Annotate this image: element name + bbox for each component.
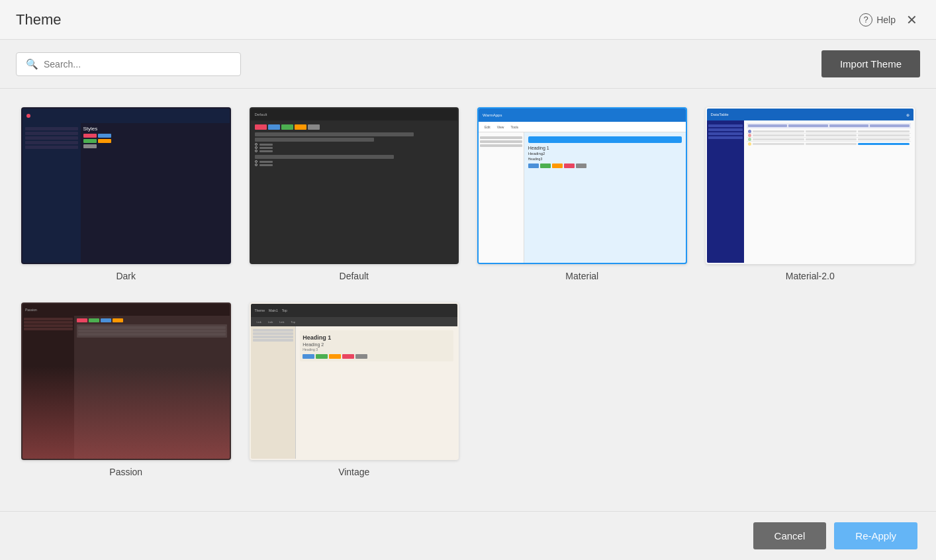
- import-button-label: Import Theme: [840, 58, 902, 70]
- def-preview-body: [251, 120, 458, 171]
- theme-name-default: Default: [340, 271, 369, 281]
- vin-preview-sub: Link Link Link Top: [251, 317, 458, 326]
- theme-preview-default: Default: [250, 107, 459, 264]
- dark-preview-sidebar: [23, 123, 81, 263]
- theme-preview-dark: Styles: [21, 107, 231, 264]
- import-theme-button[interactable]: Import Theme: [821, 50, 920, 77]
- vin-preview-header: Theme Main1 Top: [251, 304, 458, 317]
- m2-preview-content: [744, 120, 913, 263]
- theme-preview-material2: DataTable ⊕: [706, 107, 915, 264]
- def-preview-header: Default: [251, 109, 458, 120]
- toolbar: 🔍 Import Theme: [0, 40, 936, 89]
- theme-item-default[interactable]: Default: [250, 107, 459, 281]
- mat-preview-content: Heading 1 Heading2 Heading3: [524, 132, 686, 263]
- search-icon: 🔍: [26, 58, 38, 70]
- reapply-label: Re-Apply: [855, 530, 896, 541]
- theme-name-material2: Material-2.0: [786, 271, 835, 281]
- help-button[interactable]: ? Help: [859, 13, 896, 26]
- theme-name-vintage: Vintage: [338, 467, 369, 477]
- theme-name-material: Material: [565, 271, 598, 281]
- cancel-label: Cancel: [774, 530, 806, 541]
- dialog-header: Theme ? Help ✕: [0, 0, 936, 40]
- search-input[interactable]: [44, 59, 231, 70]
- theme-item-dark[interactable]: Styles: [21, 107, 231, 281]
- theme-name-passion: Passion: [109, 467, 142, 477]
- theme-preview-passion: Passion: [21, 303, 231, 459]
- theme-preview-vintage: Theme Main1 Top Link Link Link Top: [250, 303, 459, 459]
- pas-preview-header: Passion: [23, 304, 230, 316]
- dark-preview-header: [23, 109, 230, 123]
- help-circle-icon: ?: [859, 13, 872, 26]
- mat-preview-header: WarmApps: [479, 109, 686, 122]
- search-container: 🔍: [16, 52, 241, 76]
- dark-section-title: Styles: [83, 126, 227, 132]
- help-label: Help: [876, 15, 896, 25]
- m2-preview-header: DataTable ⊕: [707, 109, 914, 120]
- vin-preview-body: Heading 1 Heading 2 Heading 3: [251, 326, 458, 458]
- close-icon: ✕: [906, 13, 917, 27]
- mat-preview-body: Heading 1 Heading2 Heading3: [479, 132, 686, 263]
- close-button[interactable]: ✕: [904, 11, 920, 29]
- theme-dialog: Theme ? Help ✕ 🔍 Import Theme: [0, 0, 936, 560]
- theme-item-vintage[interactable]: Theme Main1 Top Link Link Link Top: [250, 303, 459, 477]
- theme-name-dark: Dark: [116, 271, 136, 281]
- m2-preview-sidebar: [707, 120, 744, 263]
- reapply-button[interactable]: Re-Apply: [834, 522, 917, 549]
- header-right: ? Help ✕: [859, 11, 920, 29]
- theme-item-passion[interactable]: Passion: [21, 303, 231, 477]
- mat-preview-sidebar: [479, 132, 524, 263]
- dialog-title: Theme: [16, 11, 61, 28]
- dialog-footer: Cancel Re-Apply: [0, 511, 936, 560]
- theme-item-material2[interactable]: DataTable ⊕: [706, 107, 915, 281]
- mat-preview-sub-header: Edit View Tools: [479, 122, 686, 132]
- vin-preview-sidebar: [251, 326, 297, 458]
- themes-content: Styles: [0, 89, 936, 511]
- dark-preview-main: Styles: [81, 123, 230, 263]
- theme-preview-material: WarmApps Edit View Tools: [477, 107, 687, 264]
- vin-preview-content: Heading 1 Heading 2 Heading 3: [296, 326, 457, 458]
- m2-preview-body: [707, 120, 914, 263]
- passion-gradient: [23, 366, 230, 459]
- cancel-button[interactable]: Cancel: [753, 522, 827, 549]
- themes-grid: Styles: [21, 107, 915, 477]
- theme-item-material[interactable]: WarmApps Edit View Tools: [477, 107, 687, 281]
- dark-preview-body: Styles: [23, 123, 230, 263]
